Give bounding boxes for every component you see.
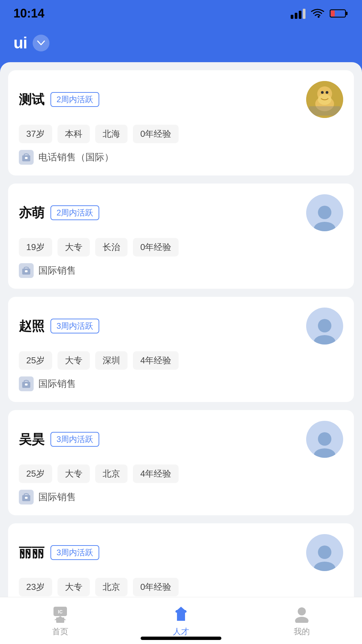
card-top-3: 赵照 3周内活跃 bbox=[19, 308, 343, 345]
candidate-name-2: 亦萌 bbox=[19, 204, 44, 222]
avatar-2 bbox=[306, 194, 343, 231]
card-name-row-5: 丽丽 3周内活跃 bbox=[19, 544, 99, 561]
status-icons bbox=[291, 7, 349, 19]
tags-row-5: 23岁 大专 北京 0年经验 bbox=[19, 578, 343, 596]
status-bar: 10:14 bbox=[0, 0, 362, 27]
svg-point-24 bbox=[318, 432, 331, 446]
job-title-3: 国际销售 bbox=[38, 377, 76, 390]
candidate-card-2[interactable]: 亦萌 2周内活跃 19岁 大专 长治 0年经验 bbox=[8, 184, 354, 289]
avatar-3 bbox=[306, 308, 343, 345]
svg-point-12 bbox=[326, 91, 328, 94]
svg-rect-0 bbox=[291, 15, 293, 19]
tag-age-2: 19岁 bbox=[19, 238, 52, 256]
card-top-4: 吴昊 3周内活跃 bbox=[19, 421, 343, 458]
content-area: 测试 2周内活跃 bbox=[0, 62, 362, 644]
tag-age-4: 25岁 bbox=[19, 465, 52, 483]
job-row-2: 国际销售 bbox=[19, 263, 343, 278]
tag-city-4: 北京 bbox=[95, 465, 128, 483]
svg-rect-27 bbox=[25, 497, 28, 499]
mine-nav-icon bbox=[292, 605, 311, 623]
signal-icon bbox=[291, 8, 305, 19]
card-top-2: 亦萌 2周内活跃 bbox=[19, 194, 343, 231]
card-name-row-3: 赵照 3周内活跃 bbox=[19, 318, 99, 335]
tag-age-5: 23岁 bbox=[19, 578, 52, 596]
job-icon-1 bbox=[19, 150, 34, 165]
job-row-1: 电话销售（国际） bbox=[19, 150, 343, 165]
talent-nav-icon bbox=[172, 605, 190, 623]
activity-badge-4: 3周内活跃 bbox=[50, 432, 99, 447]
activity-badge-5: 3周内活跃 bbox=[50, 545, 99, 560]
status-time: 10:14 bbox=[13, 6, 44, 21]
job-title-1: 电话销售（国际） bbox=[38, 151, 114, 164]
job-title-4: 国际销售 bbox=[38, 491, 76, 504]
svg-point-21 bbox=[314, 335, 335, 345]
wifi-icon bbox=[310, 7, 325, 19]
svg-point-20 bbox=[318, 319, 331, 332]
candidate-card-3[interactable]: 赵照 3周内活跃 25岁 大专 深圳 4年经验 bbox=[8, 297, 354, 402]
tag-exp-2: 0年经验 bbox=[133, 238, 179, 256]
tag-city-5: 北京 bbox=[95, 578, 128, 596]
home-indicator bbox=[141, 637, 221, 640]
mine-nav-label: 我的 bbox=[294, 626, 310, 637]
candidate-name-4: 吴昊 bbox=[19, 431, 44, 448]
talent-nav-label: 人才 bbox=[173, 626, 189, 637]
candidate-name-3: 赵照 bbox=[19, 318, 44, 335]
tag-city-1: 北海 bbox=[95, 125, 128, 143]
job-icon-4 bbox=[19, 490, 34, 505]
home-nav-icon: IC bbox=[51, 605, 70, 623]
svg-rect-37 bbox=[178, 615, 184, 621]
tag-edu-4: 大专 bbox=[58, 465, 90, 483]
tags-row-1: 37岁 本科 北海 0年经验 bbox=[19, 125, 343, 143]
svg-text:IC: IC bbox=[58, 609, 63, 614]
header-dropdown[interactable] bbox=[33, 35, 49, 51]
svg-rect-2 bbox=[299, 11, 301, 19]
job-title-2: 国际销售 bbox=[38, 264, 76, 277]
svg-point-16 bbox=[318, 206, 331, 219]
tag-exp-5: 0年经验 bbox=[133, 578, 179, 596]
job-icon-3 bbox=[19, 376, 34, 391]
svg-point-29 bbox=[314, 562, 335, 571]
nav-item-home[interactable]: IC 首页 bbox=[0, 605, 121, 637]
candidate-name-1: 测试 bbox=[19, 91, 44, 108]
tag-edu-2: 大专 bbox=[58, 238, 90, 256]
candidate-name-5: 丽丽 bbox=[19, 544, 44, 561]
tag-age-1: 37岁 bbox=[19, 125, 52, 143]
tag-edu-3: 大专 bbox=[58, 351, 90, 370]
tags-row-2: 19岁 大专 长治 0年经验 bbox=[19, 238, 343, 256]
card-name-row-1: 测试 2周内活跃 bbox=[19, 91, 99, 108]
candidate-card-4[interactable]: 吴昊 3周内活跃 25岁 大专 北京 4年经验 bbox=[8, 410, 354, 515]
avatar-4 bbox=[306, 421, 343, 458]
svg-rect-1 bbox=[295, 13, 297, 19]
svg-point-25 bbox=[314, 448, 335, 458]
svg-rect-15 bbox=[25, 157, 28, 159]
avatar-5 bbox=[306, 534, 343, 571]
tag-city-3: 深圳 bbox=[95, 351, 128, 370]
tag-edu-5: 大专 bbox=[58, 578, 90, 596]
tag-exp-3: 4年经验 bbox=[133, 351, 179, 370]
svg-rect-35 bbox=[56, 617, 64, 623]
svg-point-11 bbox=[321, 91, 324, 94]
svg-rect-13 bbox=[309, 106, 340, 116]
card-top-1: 测试 2周内活跃 bbox=[19, 81, 343, 118]
svg-marker-39 bbox=[176, 607, 186, 611]
candidate-card-1[interactable]: 测试 2周内活跃 bbox=[8, 70, 354, 175]
svg-point-28 bbox=[318, 546, 331, 559]
svg-rect-19 bbox=[25, 270, 28, 272]
activity-badge-2: 2周内活跃 bbox=[50, 205, 99, 220]
header-logo: ui bbox=[13, 34, 27, 52]
job-row-3: 国际销售 bbox=[19, 376, 343, 391]
svg-rect-23 bbox=[25, 384, 28, 386]
battery-icon bbox=[330, 8, 349, 18]
svg-rect-6 bbox=[331, 10, 335, 16]
candidates-list: 测试 2周内活跃 bbox=[8, 70, 354, 644]
svg-rect-3 bbox=[303, 9, 305, 19]
job-row-4: 国际销售 bbox=[19, 490, 343, 505]
tag-age-3: 25岁 bbox=[19, 351, 52, 370]
nav-item-talent[interactable]: 人才 bbox=[121, 605, 242, 637]
activity-badge-3: 3周内活跃 bbox=[50, 319, 99, 333]
nav-item-mine[interactable]: 我的 bbox=[241, 605, 362, 637]
svg-point-17 bbox=[314, 222, 335, 231]
svg-point-41 bbox=[295, 617, 309, 623]
activity-badge-1: 2周内活跃 bbox=[50, 92, 99, 107]
tags-row-3: 25岁 大专 深圳 4年经验 bbox=[19, 351, 343, 370]
